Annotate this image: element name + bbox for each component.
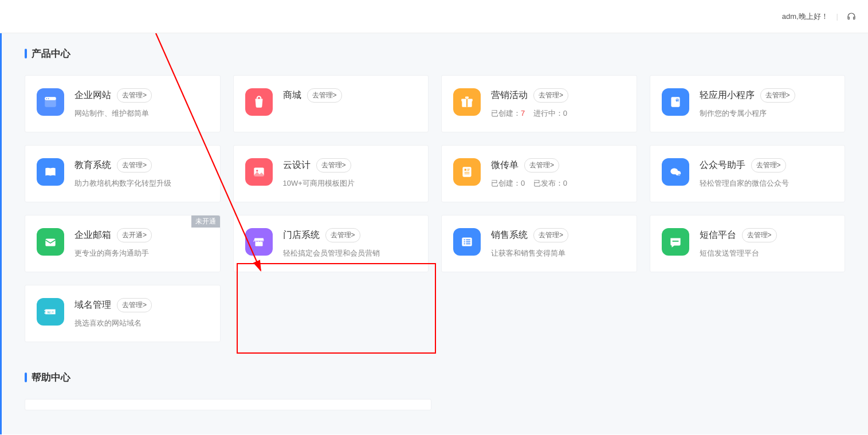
svg-rect-26 <box>466 241 470 242</box>
card-design[interactable]: 云设计 去管理> 10W+可商用模板图片 <box>233 145 429 202</box>
card-title: 门店系统 <box>283 229 320 241</box>
card-stats: 已创建：7 进行中：0 <box>491 108 625 119</box>
miniapp-icon <box>662 88 689 116</box>
top-bar: adm,晚上好！ | <box>0 0 868 33</box>
card-desc: 挑选喜欢的网站域名 <box>74 318 209 328</box>
card-desc: 轻松管理自家的微信公众号 <box>700 178 834 189</box>
chat-icon <box>662 228 689 256</box>
stats-pub-value: 0 <box>563 179 567 187</box>
card-email[interactable]: 未开通 企业邮箱 去开通> 更专业的商务沟通助手 <box>25 215 221 272</box>
svg-rect-14 <box>468 170 469 171</box>
mail-icon <box>37 228 64 256</box>
card-title: 公众号助手 <box>700 159 745 171</box>
stats-running-label: 进行中： <box>533 109 563 117</box>
manage-button[interactable]: 去管理> <box>760 88 795 103</box>
manage-button[interactable]: 去管理> <box>533 88 568 103</box>
card-sales[interactable]: 销售系统 去管理> 让获客和销售变得简单 <box>441 215 637 272</box>
browser-window-icon <box>37 88 64 116</box>
svg-rect-20 <box>45 239 55 246</box>
divider-vertical: | <box>836 12 838 21</box>
svg-rect-15 <box>465 172 470 173</box>
help-title-text: 帮助中心 <box>32 371 70 384</box>
card-title: 商城 <box>283 89 301 101</box>
stats-running-value: 0 <box>563 109 567 117</box>
manage-button[interactable]: 去管理> <box>751 158 786 173</box>
gift-icon <box>453 88 481 116</box>
manage-button[interactable]: 去管理> <box>117 88 152 103</box>
section-title-products: 产品中心 <box>25 47 845 60</box>
card-stats: 已创建：0 已发布：0 <box>491 178 625 189</box>
svg-rect-25 <box>464 241 465 242</box>
stats-pub-label: 已发布： <box>533 179 563 187</box>
products-grid: 企业网站 去管理> 网站制作、维护都简单 商城 去管理> <box>25 75 845 342</box>
card-miniapp[interactable]: 轻应用小程序 去管理> 制作您的专属小程序 <box>650 75 846 132</box>
title-bar-icon <box>25 373 27 382</box>
store-icon <box>245 228 273 256</box>
card-mp[interactable]: 公众号助手 去管理> 轻松管理自家的微信公众号 <box>650 145 846 202</box>
card-desc: 网站制作、维护都简单 <box>74 108 209 119</box>
manage-button[interactable]: 去管理> <box>524 158 559 173</box>
badge-not-activated: 未开通 <box>191 215 220 228</box>
card-marketing[interactable]: 营销活动 去管理> 已创建：7 进行中：0 <box>441 75 637 132</box>
content: 产品中心 企业网站 去管理> 网站制作、维护都简单 <box>2 33 868 434</box>
greeting-text: adm,晚上好！ <box>782 11 828 22</box>
svg-rect-12 <box>465 169 466 171</box>
card-mall[interactable]: 商城 去管理> <box>233 75 429 132</box>
manage-button[interactable]: 去管理> <box>533 228 568 242</box>
book-icon <box>37 158 64 186</box>
section-title-help: 帮助中心 <box>25 371 845 384</box>
svg-rect-28 <box>466 244 470 245</box>
card-sms[interactable]: 短信平台 去管理> 短信发送管理平台 <box>650 215 846 272</box>
svg-rect-7 <box>671 97 680 107</box>
card-store[interactable]: 门店系统 去管理> 轻松搞定会员管理和会员营销 <box>233 215 429 272</box>
card-title: 微传单 <box>491 159 519 171</box>
card-desc: 10W+可商用模板图片 <box>283 178 417 189</box>
card-title: 企业网站 <box>74 89 111 101</box>
manage-button[interactable]: 去管理> <box>316 158 351 173</box>
card-title: 短信平台 <box>700 229 736 241</box>
svg-rect-29 <box>672 241 678 242</box>
svg-point-2 <box>46 98 48 99</box>
main-area: 产品中心 企业网站 去管理> 网站制作、维护都简单 <box>0 33 868 434</box>
card-title: 销售系统 <box>491 229 528 241</box>
stats-created-value: 7 <box>521 109 525 117</box>
flyer-icon <box>453 158 481 186</box>
shopping-bag-icon <box>245 88 273 116</box>
svg-rect-24 <box>466 240 470 241</box>
svg-rect-21 <box>255 242 262 246</box>
card-title: 营销活动 <box>491 89 528 101</box>
card-site[interactable]: 企业网站 去管理> 网站制作、维护都简单 <box>25 75 221 132</box>
card-flyer[interactable]: 微传单 去管理> 已创建：0 已发布：0 <box>441 145 637 202</box>
svg-rect-16 <box>465 174 470 174</box>
manage-button[interactable]: 去管理> <box>117 298 152 312</box>
svg-text:w.=: w.= <box>47 309 54 315</box>
manage-button[interactable]: 去管理> <box>325 228 360 242</box>
manage-button[interactable]: 去管理> <box>742 228 777 242</box>
products-title-text: 产品中心 <box>32 47 70 60</box>
manage-button[interactable]: 去管理> <box>307 88 342 103</box>
svg-rect-13 <box>468 169 470 170</box>
stats-created-label: 已创建： <box>491 109 521 117</box>
manage-button[interactable]: 去管理> <box>117 158 152 173</box>
domain-icon: w.= <box>37 298 64 326</box>
card-edu[interactable]: 教育系统 去管理> 助力教培机构数字化转型升级 <box>25 145 221 202</box>
card-domain[interactable]: w.= 域名管理 去管理> 挑选喜欢的网站域名 <box>25 285 221 342</box>
card-title: 教育系统 <box>74 159 111 171</box>
card-desc: 更专业的商务沟通助手 <box>74 248 209 258</box>
card-desc: 制作您的专属小程序 <box>700 108 834 119</box>
card-desc: 短信发送管理平台 <box>700 248 834 258</box>
help-card-placeholder <box>25 399 431 410</box>
stats-created-label: 已创建： <box>491 179 521 187</box>
card-title: 轻应用小程序 <box>700 89 755 101</box>
card-title: 域名管理 <box>74 299 111 311</box>
svg-rect-27 <box>464 244 465 245</box>
card-desc: 助力教培机构数字化转型升级 <box>74 178 209 189</box>
title-bar-icon <box>25 49 27 58</box>
activate-button[interactable]: 去开通> <box>117 228 152 242</box>
wechat-icon <box>662 158 689 186</box>
image-icon <box>245 158 273 186</box>
card-desc: 让获客和销售变得简单 <box>491 248 625 258</box>
list-icon <box>453 228 481 256</box>
headset-icon[interactable] <box>846 11 857 22</box>
svg-rect-23 <box>464 240 465 241</box>
